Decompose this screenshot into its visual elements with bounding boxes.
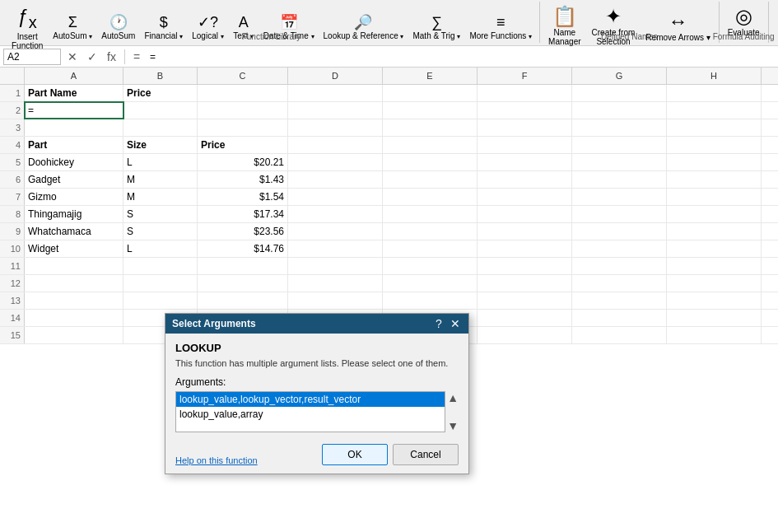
cell-b7[interactable]: M: [123, 189, 198, 205]
cell-c11[interactable]: [198, 258, 288, 274]
cell-a3[interactable]: [25, 119, 123, 136]
col-header-g[interactable]: G: [572, 68, 667, 84]
cell-d11[interactable]: [288, 258, 383, 274]
cell-c12[interactable]: [198, 275, 288, 292]
cell-a7[interactable]: Gizmo: [25, 189, 123, 205]
cell-c7[interactable]: $1.54: [198, 189, 288, 205]
cell-c9[interactable]: $23.56: [198, 223, 288, 240]
cell-f6[interactable]: [478, 171, 572, 188]
cell-g3[interactable]: [572, 119, 667, 136]
financial-button[interactable]: $ Financial ▾: [140, 13, 187, 42]
cell-b5[interactable]: L: [123, 154, 198, 170]
cell-f11[interactable]: [478, 258, 572, 274]
cell-e2[interactable]: [383, 102, 478, 119]
cell-g11[interactable]: [572, 258, 667, 274]
cell-d7[interactable]: [288, 189, 383, 205]
cell-g6[interactable]: [572, 171, 667, 188]
col-header-h[interactable]: H: [667, 68, 762, 84]
cell-a4[interactable]: Part: [25, 137, 123, 153]
cell-b12[interactable]: [123, 275, 198, 292]
cell-g7[interactable]: [572, 189, 667, 205]
cell-b9[interactable]: S: [123, 223, 198, 240]
cell-e5[interactable]: [383, 154, 478, 170]
cell-d1[interactable]: [288, 85, 383, 101]
insert-function-formula-button[interactable]: fx: [104, 50, 119, 63]
cell-g8[interactable]: [572, 206, 667, 222]
cell-c4[interactable]: Price: [198, 137, 288, 153]
cell-d4[interactable]: [288, 137, 383, 153]
cell-g13[interactable]: [572, 292, 667, 309]
cell-d2[interactable]: [288, 102, 383, 119]
cell-e4[interactable]: [383, 137, 478, 153]
name-manager-button[interactable]: 📋 NameManager: [543, 3, 585, 48]
autosum-button[interactable]: Σ AutoSum ▾: [49, 13, 96, 42]
cell-e8[interactable]: [383, 206, 478, 222]
dialog-close-button[interactable]: ✕: [449, 317, 462, 330]
cell-c6[interactable]: $1.43: [198, 171, 288, 188]
cell-d9[interactable]: [288, 223, 383, 240]
insert-function-button[interactable]: ƒx InsertFunction: [7, 3, 48, 52]
cell-g14[interactable]: [572, 310, 667, 326]
cell-g15[interactable]: [572, 327, 667, 343]
cell-b3[interactable]: [123, 119, 198, 136]
cell-b4[interactable]: Size: [123, 137, 198, 153]
cell-b8[interactable]: S: [123, 206, 198, 222]
formula-input[interactable]: [147, 51, 775, 63]
cell-d12[interactable]: [288, 275, 383, 292]
recently-used-button[interactable]: 🕐 AutoSum: [97, 13, 139, 42]
dialog-help-button[interactable]: ?: [432, 317, 445, 330]
cell-e6[interactable]: [383, 171, 478, 188]
cell-d8[interactable]: [288, 206, 383, 222]
cell-g10[interactable]: [572, 240, 667, 257]
cell-f7[interactable]: [478, 189, 572, 205]
cell-d13[interactable]: [288, 292, 383, 309]
col-header-d[interactable]: D: [288, 68, 383, 84]
cell-e11[interactable]: [383, 258, 478, 274]
cell-g1[interactable]: [572, 85, 667, 101]
cell-e12[interactable]: [383, 275, 478, 292]
cell-h15[interactable]: [667, 327, 762, 343]
cell-g12[interactable]: [572, 275, 667, 292]
cell-f13[interactable]: [478, 292, 572, 309]
cell-f3[interactable]: [478, 119, 572, 136]
cell-h10[interactable]: [667, 240, 762, 257]
cell-c8[interactable]: $17.34: [198, 206, 288, 222]
cell-f15[interactable]: [478, 327, 572, 343]
cell-h5[interactable]: [667, 154, 762, 170]
cell-h1[interactable]: [667, 85, 762, 101]
cell-h7[interactable]: [667, 189, 762, 205]
cell-f4[interactable]: [478, 137, 572, 153]
cell-b13[interactable]: [123, 292, 198, 309]
cell-a13[interactable]: [25, 292, 123, 309]
confirm-formula-button[interactable]: ✓: [84, 50, 100, 63]
cell-c5[interactable]: $20.21: [198, 154, 288, 170]
cell-f14[interactable]: [478, 310, 572, 326]
col-header-c[interactable]: C: [198, 68, 288, 84]
cell-b1[interactable]: Price: [123, 85, 198, 101]
cell-g2[interactable]: [572, 102, 667, 119]
cell-a14[interactable]: [25, 310, 123, 326]
cell-c1[interactable]: [198, 85, 288, 101]
cell-d6[interactable]: [288, 171, 383, 188]
cell-e7[interactable]: [383, 189, 478, 205]
cell-h2[interactable]: [667, 102, 762, 119]
cell-e3[interactable]: [383, 119, 478, 136]
cell-a1[interactable]: Part Name: [25, 85, 123, 101]
cell-h3[interactable]: [667, 119, 762, 136]
cell-h8[interactable]: [667, 206, 762, 222]
cell-c2[interactable]: [198, 102, 288, 119]
lookup-reference-button[interactable]: 🔎 Lookup & Reference ▾: [319, 13, 408, 42]
cell-c10[interactable]: $14.76: [198, 240, 288, 257]
cell-a15[interactable]: [25, 327, 123, 343]
cell-a6[interactable]: Gadget: [25, 171, 123, 188]
cell-h4[interactable]: [667, 137, 762, 153]
logical-button[interactable]: ✓? Logical ▾: [188, 13, 227, 42]
cell-d3[interactable]: [288, 119, 383, 136]
cell-a2[interactable]: =: [25, 102, 123, 119]
cell-h14[interactable]: [667, 310, 762, 326]
cell-h11[interactable]: [667, 258, 762, 274]
cell-e13[interactable]: [383, 292, 478, 309]
cell-f2[interactable]: [478, 102, 572, 119]
cell-e1[interactable]: [383, 85, 478, 101]
cell-b10[interactable]: L: [123, 240, 198, 257]
